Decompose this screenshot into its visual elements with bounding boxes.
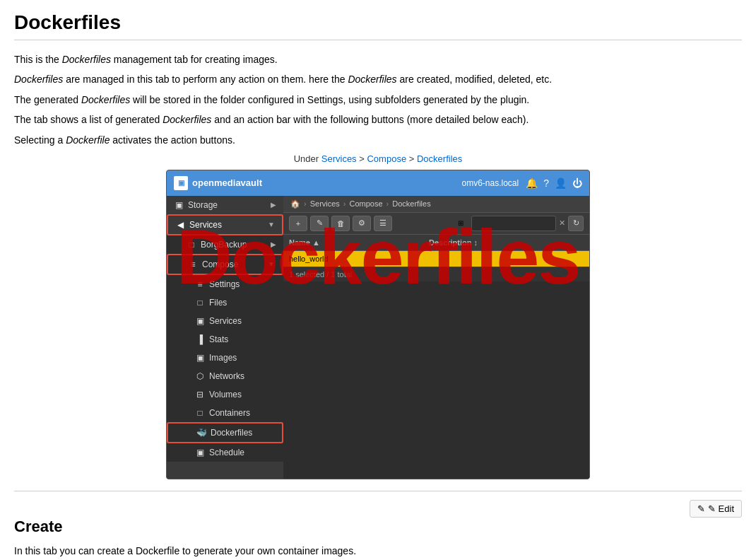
sidebar-item-networks[interactable]: ⬡ Networks	[167, 367, 283, 385]
sidebar-containers-label: Containers	[209, 408, 250, 418]
sidebar-schedule-label: Schedule	[209, 448, 244, 457]
compose-icon: ≡	[188, 259, 198, 269]
sidebar-item-dockerfiles[interactable]: 🐳 Dockerfiles	[167, 422, 283, 443]
grid-icon[interactable]: ⊞	[453, 216, 468, 231]
table-cell-description	[423, 250, 589, 267]
sidebar-settings-label: Settings	[209, 279, 240, 289]
sidebar-item-schedule[interactable]: ▣ Schedule	[167, 443, 283, 462]
omv-breadcrumb: 🏠 › Services › Compose › Dockerfiles	[283, 196, 589, 213]
settings-icon: ≡	[195, 279, 205, 289]
containers-icon: □	[195, 408, 205, 418]
table-header-name: Name ▲	[283, 235, 423, 251]
help-icon[interactable]: ?	[543, 177, 549, 189]
bottom-section: ✎ ✎ Edit Create In this tab you can crea…	[14, 491, 742, 560]
sidebar-dockerfiles-label: Dockerfiles	[211, 428, 252, 438]
sidebar-item-borgbackup[interactable]: □ BorgBackup ▶	[167, 235, 283, 254]
sidebar-compose-label: Compose	[202, 259, 238, 269]
sidebar-stats-label: Stats	[209, 334, 228, 344]
table-cell-name: hello_world	[283, 250, 423, 267]
sidebar-borgbackup-label: BorgBackup	[201, 240, 247, 250]
volumes-icon: ⊟	[195, 390, 205, 399]
networks-icon: ⬡	[195, 371, 205, 381]
sidebar-item-stats[interactable]: ▐ Stats	[167, 330, 283, 349]
sidebar-item-compose[interactable]: ≡ Compose ▼	[167, 254, 283, 275]
dockerfiles-icon: 🐳	[196, 428, 206, 438]
dockerfiles-table: Name ▲ Description ↕ hello_world	[283, 235, 589, 267]
sidebar-item-files[interactable]: □ Files	[167, 293, 283, 312]
omv-logo-text: openmediavault	[192, 177, 262, 188]
breadcrumb-compose: Compose	[350, 199, 383, 208]
borgbackup-icon: □	[187, 240, 196, 250]
menu-button[interactable]: ☰	[374, 216, 392, 231]
schedule-icon: ▣	[195, 448, 205, 457]
table-header-description: Description ↕	[423, 235, 589, 251]
omv-logo: ▣ openmediavault	[174, 176, 262, 190]
services-arrow: ▼	[268, 221, 275, 228]
omv-body: ▣ Storage ▶ ◀ Services ▼	[167, 196, 589, 479]
compose-arrow: ▼	[268, 260, 275, 268]
delete-button[interactable]: 🗑	[331, 216, 350, 231]
omv-hostname: omv6-nas.local	[462, 178, 519, 188]
add-button[interactable]: +	[289, 216, 307, 231]
intro-line1: This is the Dockerfiles management tab f…	[14, 52, 742, 67]
omv-screenshot: ▣ openmediavault omv6-nas.local 🔔 ? 👤 ⏻	[166, 170, 590, 479]
sidebar-files-label: Files	[209, 298, 227, 308]
intro-section: Dockerfiles This is the Dockerfiles mana…	[14, 52, 742, 479]
services-icon: ◀	[175, 220, 185, 230]
refresh-button[interactable]: ↻	[568, 216, 584, 231]
omv-topbar-icons: 🔔 ? 👤 ⏻	[526, 177, 582, 189]
sidebar-item-images[interactable]: ▣ Images	[167, 349, 283, 367]
sidebar-volumes-label: Volumes	[209, 390, 242, 399]
page-title: Dockerfiles	[14, 11, 742, 40]
omv-sidebar: ▣ Storage ▶ ◀ Services ▼	[167, 196, 283, 479]
breadcrumb: Under Services > Compose > Dockerfiles	[14, 153, 742, 164]
breadcrumb-services: Services	[310, 199, 340, 208]
sidebar-services2-label: Services	[209, 316, 242, 326]
sidebar-storage-label: Storage	[188, 200, 218, 210]
page-wrapper: Dockerfiles Dockerfiles This is the Dock…	[0, 0, 756, 560]
omv-main: 🏠 › Services › Compose › Dockerfiles +	[283, 196, 589, 479]
table-footer: 1 selected / 1 total	[283, 267, 589, 281]
power-icon[interactable]: ⏻	[572, 177, 582, 189]
settings-button[interactable]: ⚙	[353, 216, 371, 231]
omv-topbar: ▣ openmediavault omv6-nas.local 🔔 ? 👤 ⏻	[167, 170, 589, 196]
edit-button-omv[interactable]: ✎	[310, 216, 329, 231]
sidebar-item-volumes[interactable]: ⊟ Volumes	[167, 385, 283, 404]
sidebar-item-services[interactable]: ◀ Services ▼	[167, 214, 283, 235]
borgbackup-arrow: ▶	[271, 240, 276, 248]
omv-topbar-right: omv6-nas.local 🔔 ? 👤 ⏻	[462, 177, 583, 189]
intro-line5: Selecting a Dockerfile activates the act…	[14, 132, 742, 148]
sidebar-item-containers[interactable]: □ Containers	[167, 404, 283, 422]
create-intro: In this tab you can create a Dockerfile …	[14, 543, 742, 559]
table-row[interactable]: hello_world	[283, 250, 589, 267]
omv-screenshot-container: ▣ openmediavault omv6-nas.local 🔔 ? 👤 ⏻	[14, 170, 742, 479]
files-icon: □	[195, 298, 205, 308]
clear-search-icon[interactable]: ✕	[559, 218, 565, 228]
home-icon: 🏠	[290, 199, 300, 209]
intro-line2: Dockerfiles are managed in this tab to p…	[14, 71, 742, 87]
omv-toolbar-right: ⊞ ✕ ↻	[453, 216, 584, 231]
sidebar-services-label: Services	[189, 220, 222, 230]
search-input[interactable]	[471, 216, 556, 231]
breadcrumb-dockerfiles[interactable]: Dockerfiles	[417, 153, 462, 164]
intro-line4: The tab shows a list of generated Docker…	[14, 112, 742, 127]
services2-icon: ▣	[195, 316, 205, 326]
omv-logo-icon: ▣	[174, 176, 188, 190]
sidebar-item-storage[interactable]: ▣ Storage ▶	[167, 196, 283, 214]
page-edit-button[interactable]: ✎ ✎ Edit	[690, 500, 742, 518]
sidebar-item-services2[interactable]: ▣ Services	[167, 312, 283, 330]
create-section-title: Create	[14, 518, 742, 536]
bell-icon[interactable]: 🔔	[526, 177, 538, 189]
images-icon: ▣	[195, 353, 205, 363]
breadcrumb-compose[interactable]: Compose	[367, 153, 406, 164]
breadcrumb-dockerfiles: Dockerfiles	[392, 199, 430, 208]
edit-pencil-icon: ✎	[697, 503, 705, 514]
sidebar-images-label: Images	[209, 353, 237, 363]
storage-icon: ▣	[174, 200, 184, 210]
breadcrumb-services[interactable]: Services	[321, 153, 357, 164]
omv-toolbar-left: + ✎ 🗑 ⚙ ☰	[289, 216, 392, 231]
user-icon[interactable]: 👤	[555, 177, 567, 189]
intro-line3: The generated Dockerfiles will be stored…	[14, 92, 742, 107]
omv-toolbar: + ✎ 🗑 ⚙ ☰ ⊞ ✕ ↻	[283, 213, 589, 235]
sidebar-item-settings[interactable]: ≡ Settings	[167, 275, 283, 293]
